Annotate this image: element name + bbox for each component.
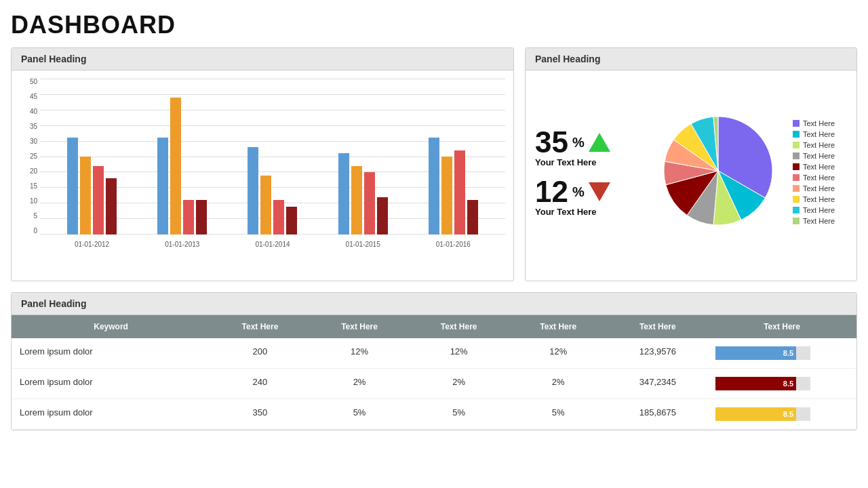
stat2: 12% Your Text Here (535, 177, 644, 217)
legend-item: Text Here (793, 195, 847, 203)
dashboard-title: DASHBOARD (11, 11, 857, 39)
legend-color-dot (793, 152, 800, 159)
stat1-number: 35 (535, 127, 568, 157)
bar (364, 172, 375, 235)
bar-chart-panel-heading: Panel Heading (12, 48, 513, 70)
bar (170, 98, 181, 235)
table-column-header: Text Here (210, 315, 310, 338)
stat2-arrow-down-icon (589, 182, 610, 201)
bar-group (67, 138, 117, 235)
table-column-header: Text Here (409, 315, 509, 338)
progress-bar-fill: 8.5 (715, 407, 796, 421)
stats-area: 35% Your Text Here 12% Your Text Here (535, 127, 644, 217)
table-cell: 347,2345 (608, 369, 708, 399)
y-axis-label: 25 (20, 153, 40, 160)
legend-color-dot (793, 142, 800, 148)
bar (351, 166, 362, 235)
legend-item: Text Here (793, 119, 847, 127)
bar (441, 157, 452, 235)
table-row: Lorem ipsum dolor20012%12%12%123,95768.5 (12, 338, 856, 369)
table-progress-cell: 8.5 (707, 369, 856, 399)
y-axis: 05101520253035404550 (20, 79, 40, 248)
table-body: Lorem ipsum dolor20012%12%12%123,95768.5… (12, 338, 856, 430)
progress-bar-wrap: 8.5 (715, 407, 810, 421)
legend-label: Text Here (803, 130, 835, 138)
bar (467, 200, 478, 235)
table-cell: 12% (509, 338, 608, 368)
stat2-label: Your Text Here (535, 207, 644, 217)
y-axis-label: 10 (20, 198, 40, 205)
x-axis-label: 01-01-2014 (252, 241, 293, 248)
pie-legend: Text HereText HereText HereText HereText… (793, 119, 847, 225)
bar (454, 150, 465, 235)
table-cell: 2% (310, 369, 410, 399)
bar-group (157, 98, 207, 235)
table-cell: 12% (310, 338, 410, 368)
table-cell: 5% (409, 399, 509, 429)
x-axis-label: 01-01-2012 (72, 241, 113, 248)
progress-bar-wrap: 8.5 (715, 377, 810, 390)
pie-chart-svg (657, 110, 779, 235)
bar (273, 200, 284, 235)
legend-item: Text Here (793, 152, 847, 160)
bar (260, 176, 271, 235)
table-cell: 240 (210, 369, 310, 399)
stat1: 35% Your Text Here (535, 127, 644, 167)
legend-color-dot (793, 163, 800, 170)
stat1-label: Your Text Here (535, 157, 644, 167)
legend-label: Text Here (803, 195, 835, 203)
pie-chart-panel: Panel Heading 35% Your Text Here 12% You… (525, 47, 857, 281)
legend-color-dot (793, 185, 800, 192)
bar (80, 157, 91, 235)
table-column-header: Keyword (12, 315, 210, 338)
legend-color-dot (793, 218, 800, 224)
bar (196, 200, 207, 235)
progress-bar-value: 8.5 (783, 410, 793, 418)
table-cell: 200 (210, 338, 310, 368)
table-panel-heading: Panel Heading (12, 293, 856, 315)
legend-label: Text Here (803, 184, 835, 192)
bar-group (248, 147, 297, 235)
pie-chart-panel-heading: Panel Heading (526, 48, 856, 70)
legend-item: Text Here (793, 174, 847, 182)
bar (106, 178, 117, 235)
bar (338, 153, 349, 235)
progress-bar-fill: 8.5 (715, 377, 796, 390)
legend-label: Text Here (803, 206, 835, 214)
legend-item: Text Here (793, 206, 847, 214)
table-progress-cell: 8.5 (707, 399, 856, 429)
chart-inner: 01-01-201201-01-201301-01-201401-01-2015… (40, 79, 505, 248)
legend-color-dot (793, 120, 800, 127)
bar (93, 166, 104, 235)
table-column-header: Text Here (608, 315, 708, 338)
legend-label: Text Here (803, 152, 835, 160)
table-cell: Lorem ipsum dolor (12, 369, 210, 399)
bar (377, 197, 388, 235)
legend-label: Text Here (803, 119, 835, 127)
table-cell: Lorem ipsum dolor (12, 399, 210, 429)
progress-bar-value: 8.5 (783, 380, 793, 388)
table-cell: 123,9576 (608, 338, 708, 368)
legend-label: Text Here (803, 217, 835, 225)
bar-group (429, 138, 478, 235)
stat2-number: 12 (535, 177, 568, 207)
table-column-header: Text Here (707, 315, 856, 338)
legend-item: Text Here (793, 141, 847, 149)
table-cell: 12% (409, 338, 509, 368)
table-column-header: Text Here (310, 315, 410, 338)
stat2-suffix: % (572, 185, 585, 199)
table-cell: Lorem ipsum dolor (12, 338, 210, 368)
bar (429, 138, 439, 235)
bar-chart-panel: Panel Heading 05101520253035404550 01-01… (11, 47, 514, 281)
legend-item: Text Here (793, 184, 847, 192)
legend-item: Text Here (793, 217, 847, 225)
table-header: KeywordText HereText HereText HereText H… (12, 315, 856, 338)
table-row: Lorem ipsum dolor2402%2%2%347,23458.5 (12, 369, 856, 399)
x-axis-label: 01-01-2016 (433, 241, 473, 248)
table-progress-cell: 8.5 (707, 338, 856, 368)
bar (67, 138, 78, 235)
legend-label: Text Here (803, 141, 835, 149)
legend-item: Text Here (793, 163, 847, 171)
bar (183, 200, 194, 235)
legend-color-dot (793, 174, 800, 181)
